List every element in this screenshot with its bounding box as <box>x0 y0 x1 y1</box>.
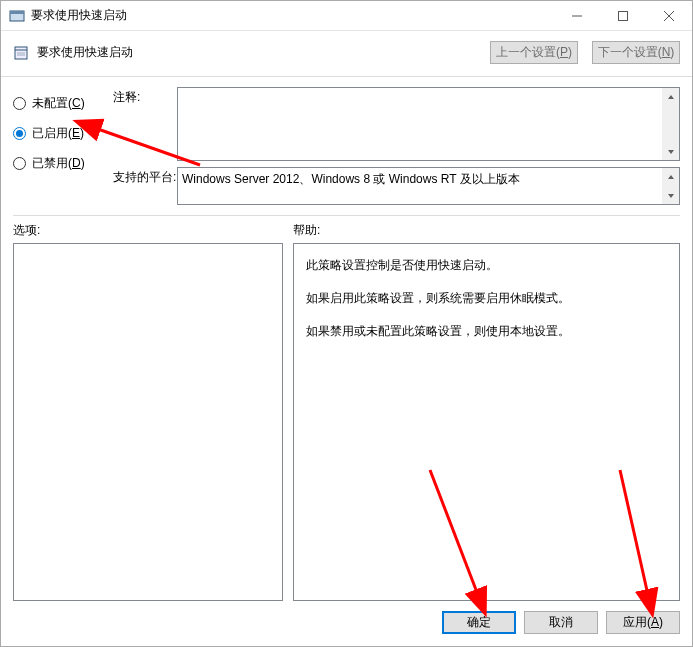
scroll-up-icon[interactable] <box>662 88 679 105</box>
radio-enabled[interactable]: 已启用(E) <box>13 121 113 145</box>
platform-field: Windows Server 2012、Windows 8 或 Windows … <box>177 167 680 205</box>
help-text: 如果启用此策略设置，则系统需要启用休眠模式。 <box>306 287 667 310</box>
scroll-up-icon[interactable] <box>662 168 679 185</box>
svg-rect-2 <box>619 11 628 20</box>
next-setting-button[interactable]: 下一个设置(N) <box>592 41 680 64</box>
platform-scrollbar[interactable] <box>662 168 679 204</box>
apply-button[interactable]: 应用(A) <box>606 611 680 634</box>
platform-label: 支持的平台: <box>113 167 177 186</box>
divider <box>13 215 680 216</box>
radio-not-configured[interactable]: 未配置(C) <box>13 91 113 115</box>
comment-field[interactable] <box>177 87 680 161</box>
title-bar: 要求使用快速启动 <box>1 1 692 31</box>
config-area: 未配置(C) 已启用(E) 已禁用(D) 注释: <box>1 77 692 209</box>
dialog-window: 要求使用快速启动 要求使用快速启动 上一个设置(P) 下一个设置(N) 未配置(… <box>0 0 693 647</box>
minimize-button[interactable] <box>554 1 600 31</box>
cancel-button[interactable]: 取消 <box>524 611 598 634</box>
policy-title: 要求使用快速启动 <box>37 44 133 61</box>
help-text: 如果禁用或未配置此策略设置，则使用本地设置。 <box>306 320 667 343</box>
scroll-down-icon[interactable] <box>662 187 679 204</box>
help-label: 帮助: <box>293 222 680 239</box>
header-row: 要求使用快速启动 上一个设置(P) 下一个设置(N) <box>1 31 692 77</box>
radio-group: 未配置(C) 已启用(E) 已禁用(D) <box>13 87 113 205</box>
radio-disabled[interactable]: 已禁用(D) <box>13 151 113 175</box>
window-title: 要求使用快速启动 <box>31 7 127 24</box>
ok-button[interactable]: 确定 <box>442 611 516 634</box>
policy-icon <box>13 45 29 61</box>
help-panel: 此策略设置控制是否使用快速启动。 如果启用此策略设置，则系统需要启用休眠模式。 … <box>293 243 680 601</box>
svg-rect-1 <box>10 11 24 14</box>
options-label: 选项: <box>13 222 293 239</box>
footer: 确定 取消 应用(A) <box>1 601 692 646</box>
comment-scrollbar[interactable] <box>662 88 679 160</box>
previous-setting-button[interactable]: 上一个设置(P) <box>490 41 578 64</box>
maximize-button[interactable] <box>600 1 646 31</box>
options-panel <box>13 243 283 601</box>
scroll-down-icon[interactable] <box>662 143 679 160</box>
app-icon <box>9 8 25 24</box>
comment-label: 注释: <box>113 87 177 106</box>
help-text: 此策略设置控制是否使用快速启动。 <box>306 254 667 277</box>
close-button[interactable] <box>646 1 692 31</box>
